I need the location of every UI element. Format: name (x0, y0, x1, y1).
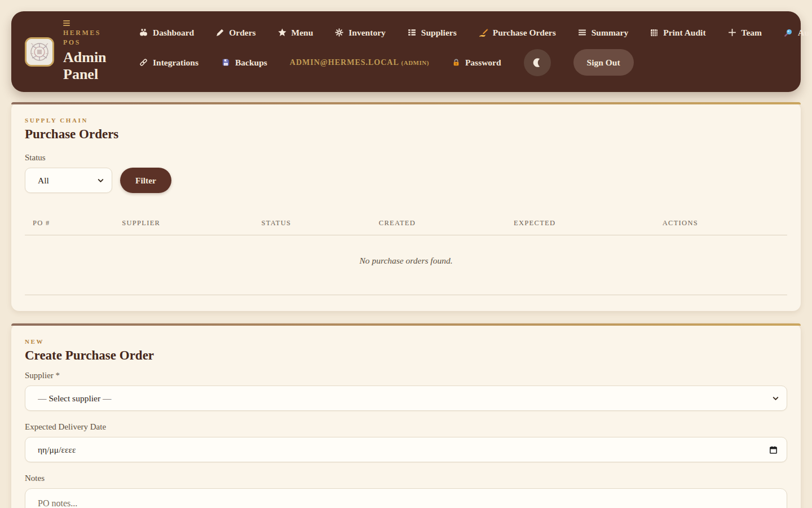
nav-row-1: Dashboard Orders Menu (139, 28, 812, 38)
nav-label: Print Audit (663, 28, 705, 38)
nav-label: Audit Log (798, 28, 812, 38)
nav-item-summary[interactable]: Summary (577, 28, 628, 38)
user-email: ADMIN@HERMES.LOCAL (ADMIN) (290, 58, 429, 67)
nav-item-audit-log[interactable]: Audit Log (783, 28, 812, 38)
column-header-created: CREATED (371, 219, 506, 227)
gear-icon (334, 28, 344, 37)
nav-item-suppliers[interactable]: Suppliers (407, 28, 457, 38)
page-title: Admin Panel (63, 49, 115, 83)
nav-item-backups[interactable]: Backups (221, 58, 267, 68)
nav-item-inventory[interactable]: Inventory (334, 28, 385, 38)
supplier-select[interactable]: — Select supplier — (25, 386, 787, 411)
filter-button[interactable]: Filter (120, 168, 171, 193)
nav-item-menu[interactable]: Menu (277, 28, 314, 38)
column-header-status: STATUS (254, 219, 371, 227)
nav-label: Summary (592, 28, 628, 38)
status-select[interactable]: All (25, 168, 112, 193)
nav-label: Password (465, 58, 501, 68)
app-header: HERMES POS Admin Panel Dashboard Orders (11, 11, 801, 92)
nav-label: Purchase Orders (493, 28, 556, 38)
notes-label: Notes (25, 474, 787, 483)
table-divider-bottom (25, 295, 787, 295)
nav-label: Inventory (348, 28, 385, 38)
card-eyebrow: NEW (25, 338, 787, 345)
card-eyebrow: SUPPLY CHAIN (25, 117, 787, 124)
nav-label: Menu (292, 28, 314, 38)
nav-item-purchase-orders[interactable]: Purchase Orders (478, 28, 556, 38)
list-icon (407, 28, 417, 37)
lock-icon (452, 58, 461, 67)
star-icon (277, 28, 287, 37)
nav-label: Team (742, 28, 762, 38)
user-email-text: ADMIN@HERMES.LOCAL (290, 58, 399, 67)
nav-item-print-audit[interactable]: Print Audit (650, 28, 705, 38)
empty-state-message: No purchase orders found. (25, 235, 787, 287)
column-header-actions: ACTIONS (655, 219, 787, 227)
magnifier-icon (783, 28, 793, 38)
create-purchase-order-card: NEW Create Purchase Order Supplier * — S… (11, 323, 801, 508)
expected-delivery-date-input[interactable] (25, 437, 787, 462)
purchase-orders-card: SUPPLY CHAIN Purchase Orders Status All … (11, 102, 801, 311)
nav-item-team[interactable]: Team (727, 28, 762, 38)
plus-icon (727, 28, 737, 37)
card-title: Purchase Orders (25, 127, 787, 142)
moon-icon (531, 56, 544, 69)
main-nav: Dashboard Orders Menu (139, 28, 812, 76)
nav-row-2: Integrations Backups ADMIN@HERMES.LOCAL … (139, 49, 812, 76)
lines-icon (577, 28, 587, 37)
po-notes-textarea[interactable] (25, 488, 787, 508)
binoculars-icon (139, 28, 148, 37)
link-icon (139, 58, 148, 67)
column-header-expected: EXPECTED (506, 219, 655, 227)
logo-emblem-icon (27, 39, 52, 65)
sign-out-button[interactable]: Sign Out (573, 49, 634, 76)
nav-item-dashboard[interactable]: Dashboard (139, 28, 194, 38)
writing-hand-icon (478, 28, 488, 38)
column-header-po: PO # (25, 219, 114, 227)
nav-label: Suppliers (421, 28, 457, 38)
nav-item-password[interactable]: Password (452, 58, 501, 68)
column-header-supplier: SUPPLIER (114, 219, 253, 227)
card-title: Create Purchase Order (25, 348, 787, 363)
nav-item-orders[interactable]: Orders (215, 28, 255, 38)
brand-lines-icon (63, 20, 115, 26)
nav-label: Integrations (153, 58, 198, 68)
theme-toggle-button[interactable] (524, 49, 551, 76)
brand: HERMES POS Admin Panel (25, 20, 124, 82)
nav-label: Backups (235, 58, 267, 68)
status-label: Status (25, 153, 787, 163)
nav-label: Orders (229, 28, 255, 38)
expected-delivery-label: Expected Delivery Date (25, 422, 787, 432)
user-role: (ADMIN) (401, 59, 429, 66)
brand-name: HERMES POS (63, 28, 104, 46)
grid-icon (650, 28, 659, 37)
purchase-orders-table: PO # SUPPLIER STATUS CREATED EXPECTED AC… (25, 219, 787, 295)
floppy-icon (221, 58, 231, 67)
logo (25, 37, 54, 67)
nav-label: Dashboard (153, 28, 194, 38)
supplier-label: Supplier * (25, 371, 787, 380)
pencil-icon (215, 28, 224, 37)
table-header-row: PO # SUPPLIER STATUS CREATED EXPECTED AC… (25, 219, 787, 227)
nav-item-integrations[interactable]: Integrations (139, 58, 198, 68)
